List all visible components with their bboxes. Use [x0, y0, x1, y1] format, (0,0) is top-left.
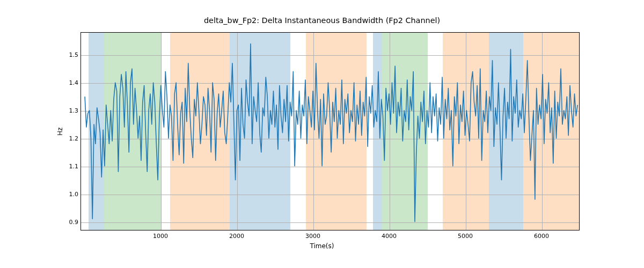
y-tick-label: 0.9: [64, 219, 78, 226]
x-tick-label: 1000: [153, 233, 168, 240]
line-series: [81, 33, 579, 230]
x-tick-label: 5000: [458, 233, 473, 240]
chart-title: delta_bw_Fp2: Delta Instantaneous Bandwi…: [0, 16, 644, 25]
y-axis-label: Hz: [56, 128, 64, 136]
y-tick-label: 1.3: [64, 107, 78, 114]
figure: delta_bw_Fp2: Delta Instantaneous Bandwi…: [0, 0, 644, 268]
y-tick-label: 1.4: [64, 79, 78, 86]
y-tick-label: 1.2: [64, 135, 78, 142]
chart-axes: [80, 32, 580, 230]
y-tick-label: 1.0: [64, 191, 78, 198]
y-tick-label: 1.5: [64, 51, 78, 58]
y-tick-label: 1.1: [64, 163, 78, 170]
x-axis-label: Time(s): [0, 242, 644, 250]
x-tick-label: 2000: [229, 233, 244, 240]
x-tick-label: 3000: [305, 233, 320, 240]
series-line: [85, 44, 577, 222]
x-tick-label: 6000: [534, 233, 549, 240]
x-tick-label: 4000: [382, 233, 397, 240]
